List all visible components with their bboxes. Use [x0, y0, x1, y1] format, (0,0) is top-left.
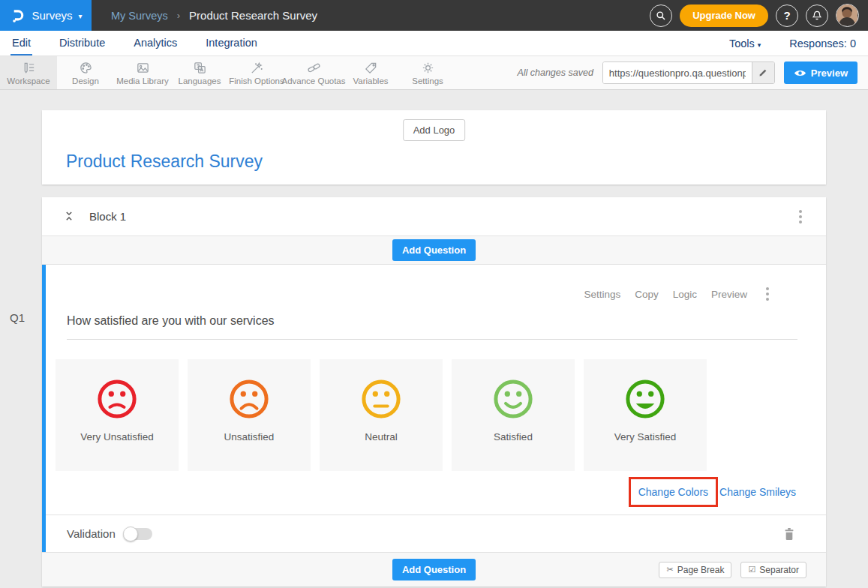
wand-icon: [250, 61, 264, 75]
smiley-options: Very UnsatisfiedUnsatisfiedNeutralSatisf…: [56, 359, 826, 471]
question-action-logic[interactable]: Logic: [673, 289, 697, 300]
preview-button[interactable]: Preview: [784, 62, 857, 84]
breadcrumb: My Surveys › Product Research Survey: [111, 9, 317, 22]
tools-menu[interactable]: Tools▾: [729, 38, 761, 50]
question-action-copy[interactable]: Copy: [635, 289, 659, 300]
validation-label: Validation: [67, 527, 116, 540]
delete-question-button[interactable]: [782, 526, 796, 542]
smiley-option-unsatisfied[interactable]: Unsatisfied: [188, 359, 311, 471]
app-label: Surveys: [32, 9, 72, 22]
tab-integration[interactable]: Integration: [204, 31, 259, 56]
breadcrumb-my-surveys[interactable]: My Surveys: [111, 10, 168, 22]
smiley-option-satisfied[interactable]: Satisfied: [452, 359, 575, 471]
question-number: Q1: [10, 311, 25, 324]
chain-icon: [307, 61, 321, 75]
survey-url-input[interactable]: [603, 62, 752, 83]
question-card: Q1 SettingsCopyLogicPreview How satisfie…: [42, 265, 826, 552]
responses-count[interactable]: Responses: 0: [789, 38, 856, 50]
validation-row: Validation: [46, 514, 826, 552]
chevron-down-icon: ▾: [79, 12, 83, 20]
toolbar-item-advance-quotas[interactable]: Advance Quotas: [285, 56, 342, 89]
survey-header-card: Add Logo Product Research Survey: [42, 110, 826, 184]
smiley-links-row: Change Colors Change Smileys: [46, 477, 796, 507]
palette-icon: [79, 61, 93, 75]
block-header: Block 1: [42, 197, 826, 236]
questionpro-logo-icon: [9, 8, 26, 24]
toolbar-item-workspace[interactable]: Workspace: [0, 56, 57, 89]
smiley-option-label: Very Satisfied: [614, 431, 677, 442]
section-nav: EditDistributeAnalyticsIntegration Tools…: [0, 31, 868, 56]
notifications-button[interactable]: [806, 4, 828, 27]
question-action-preview[interactable]: Preview: [711, 289, 747, 300]
search-button[interactable]: [650, 4, 672, 27]
smiley-option-neutral[interactable]: Neutral: [320, 359, 443, 471]
question-mark-icon: ?: [783, 9, 790, 22]
image-icon: [136, 61, 150, 75]
toolbar-item-media-library[interactable]: Media Library: [114, 56, 171, 89]
top-header: Surveys ▾ My Surveys › Product Research …: [0, 0, 868, 31]
smiley-option-label: Satisfied: [494, 431, 533, 442]
editor-toolbar: WorkspaceDesignMedia LibraryLanguagesFin…: [0, 56, 868, 90]
separator-button[interactable]: ☑ Separator: [740, 562, 806, 578]
smiley-option-very-unsatisfied[interactable]: Very Unsatisfied: [56, 359, 179, 471]
smiley-option-label: Neutral: [365, 431, 398, 442]
add-question-row-top: Add Question: [42, 236, 826, 265]
question-title[interactable]: How satisfied are you with our services: [67, 314, 797, 340]
user-avatar[interactable]: [836, 4, 859, 27]
pencil-icon: [758, 68, 768, 78]
smiley-option-very-satisfied[interactable]: Very Satisfied: [584, 359, 707, 471]
gear-icon: [421, 61, 435, 75]
smiley-option-label: Very Unsatisfied: [80, 431, 154, 442]
tab-distribute[interactable]: Distribute: [58, 31, 107, 56]
smiley-option-label: Unsatisfied: [224, 431, 275, 442]
block-menu-button[interactable]: [796, 207, 805, 226]
question-action-settings[interactable]: Settings: [584, 289, 620, 300]
avatar-image: [836, 4, 857, 26]
survey-url-box: [602, 62, 775, 84]
toolbar-item-finish-options[interactable]: Finish Options: [228, 56, 285, 89]
collapse-block-icon[interactable]: [63, 210, 75, 223]
annotation-highlight-box: Change Colors: [629, 477, 718, 507]
smiley-icon: [491, 377, 535, 424]
breadcrumb-chevron-icon: ›: [177, 10, 180, 21]
translate-icon: [193, 61, 207, 75]
tab-edit[interactable]: Edit: [11, 31, 32, 56]
autosave-status: All changes saved: [517, 68, 593, 78]
bell-icon: [811, 10, 823, 22]
page-title: Product Research Survey: [189, 9, 317, 22]
toolbar-items: WorkspaceDesignMedia LibraryLanguagesFin…: [0, 56, 456, 89]
upgrade-now-button[interactable]: Upgrade Now: [680, 4, 768, 27]
add-question-button-bottom[interactable]: Add Question: [392, 559, 476, 580]
question-actions: SettingsCopyLogicPreview: [46, 265, 826, 304]
toolbar-item-settings[interactable]: Settings: [399, 56, 456, 89]
smiley-icon: [95, 377, 139, 424]
change-colors-link[interactable]: Change Colors: [638, 486, 708, 498]
question-menu-button[interactable]: [763, 284, 772, 304]
smiley-icon: [359, 377, 403, 424]
toolbar-item-languages[interactable]: Languages: [171, 56, 228, 89]
toolbar-item-design[interactable]: Design: [57, 56, 114, 89]
trash-icon: [782, 526, 796, 542]
eye-icon: [794, 68, 806, 78]
workspace-icon: [22, 61, 36, 75]
change-smileys-link[interactable]: Change Smileys: [719, 486, 796, 498]
add-question-button-top[interactable]: Add Question: [392, 239, 476, 261]
add-logo-button[interactable]: Add Logo: [403, 119, 466, 141]
search-icon: [655, 10, 667, 22]
section-tabs: EditDistributeAnalyticsIntegration: [0, 31, 284, 56]
block-name[interactable]: Block 1: [89, 210, 126, 223]
smiley-icon: [227, 377, 271, 424]
add-question-row-bottom: Add Question ✂ Page Break ☑ Separator: [42, 552, 826, 586]
toolbar-item-variables[interactable]: Variables: [342, 56, 399, 89]
page-break-button[interactable]: ✂ Page Break: [659, 562, 731, 578]
tag-icon: [364, 61, 378, 75]
help-button[interactable]: ?: [776, 4, 798, 27]
chevron-down-icon: ▾: [758, 41, 761, 49]
edit-url-button[interactable]: [752, 62, 774, 83]
validation-toggle[interactable]: [125, 528, 152, 540]
surveys-menu[interactable]: Surveys ▾: [0, 0, 92, 31]
checkbox-icon: ☑: [748, 565, 755, 574]
block-card: Block 1 Add Question Q1 SettingsCopyLogi…: [42, 197, 826, 586]
tab-analytics[interactable]: Analytics: [132, 31, 179, 56]
scissors-icon: ✂: [666, 565, 673, 574]
